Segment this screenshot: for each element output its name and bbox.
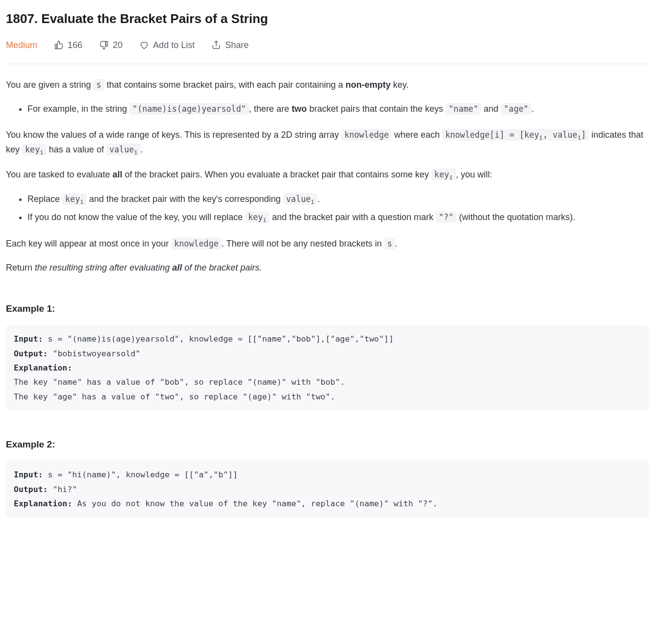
- list: Replace keyi and the bracket pair with t…: [6, 192, 649, 225]
- add-to-list-label: Add to List: [153, 38, 195, 52]
- explanation-label: Explanation:: [14, 499, 72, 508]
- list: For example, in the string "(name)is(age…: [6, 102, 649, 116]
- input-label: Input:: [14, 334, 43, 344]
- code-inline: "(name)is(age)yearsold": [129, 103, 249, 115]
- thumbs-down-icon: [99, 40, 109, 50]
- paragraph: You know the values of a wide range of k…: [6, 128, 649, 158]
- example-block: Input: s = "(name)is(age)yearsold", know…: [6, 325, 649, 411]
- output-label: Output:: [14, 349, 48, 358]
- code-inline: valuei: [106, 144, 141, 155]
- output-label: Output:: [14, 485, 48, 494]
- paragraph: You are given a string s that contains s…: [6, 78, 649, 92]
- code-inline: knowledge: [341, 129, 392, 141]
- paragraph: Each key will appear at most once in you…: [6, 237, 649, 251]
- code-inline: "age": [501, 103, 531, 115]
- code-inline: s: [384, 238, 395, 249]
- thumbs-up-icon: [54, 40, 64, 50]
- code-inline: "?": [436, 211, 456, 223]
- like-button[interactable]: 166: [54, 38, 82, 52]
- list-item: For example, in the string "(name)is(age…: [27, 102, 649, 116]
- share-label: Share: [225, 38, 249, 52]
- input-label: Input:: [14, 470, 43, 479]
- explanation-label: Explanation:: [14, 363, 72, 372]
- code-inline: knowledge[i] = [keyi, valuei]: [442, 129, 589, 141]
- code-inline: keyi: [22, 144, 47, 155]
- code-inline: keyi: [245, 211, 270, 223]
- paragraph: Return the resulting string after evalua…: [6, 261, 649, 275]
- difficulty-badge: Medium: [6, 38, 37, 52]
- example-heading: Example 2:: [6, 437, 649, 452]
- dislike-button[interactable]: 20: [99, 38, 123, 52]
- code-inline: "name": [446, 103, 481, 115]
- code-inline: s: [93, 79, 104, 91]
- list-item: If you do not know the value of the key,…: [27, 210, 649, 225]
- share-button[interactable]: Share: [211, 38, 249, 52]
- meta-row: Medium 166 20 Add to List Share: [6, 38, 649, 65]
- example-block: Input: s = "hi(name)", knowledge = [["a"…: [6, 461, 649, 518]
- code-inline: keyi: [431, 169, 456, 180]
- like-count: 166: [68, 38, 82, 52]
- example-heading: Example 1:: [6, 301, 649, 316]
- problem-title: 1807. Evaluate the Bracket Pairs of a St…: [6, 9, 649, 29]
- add-to-list-button[interactable]: Add to List: [139, 38, 195, 52]
- share-icon: [211, 40, 221, 50]
- dislike-count: 20: [113, 38, 123, 52]
- code-inline: knowledge: [171, 238, 222, 249]
- code-inline: valuei: [283, 193, 318, 205]
- heart-icon: [139, 40, 149, 50]
- paragraph: You are tasked to evaluate all of the br…: [6, 168, 649, 182]
- code-inline: keyi: [62, 193, 87, 205]
- list-item: Replace keyi and the bracket pair with t…: [27, 192, 649, 207]
